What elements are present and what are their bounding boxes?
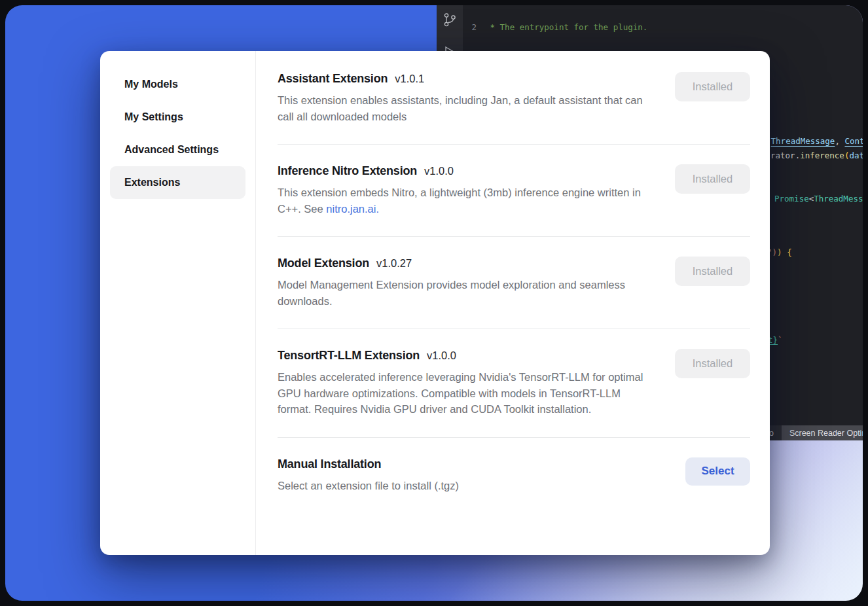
code-fragment: t}` [768,335,783,345]
sidebar-item-my-settings[interactable]: My Settings [110,101,245,134]
extension-title: Manual Installation [278,457,381,471]
extension-version: v1.0.1 [395,73,424,85]
extension-info: Assistant Extension v1.0.1 This extensio… [278,72,656,124]
settings-sidebar: My Models My Settings Advanced Settings … [100,51,256,555]
line-number: 2 [463,23,485,33]
extensions-list: Assistant Extension v1.0.1 This extensio… [256,51,770,555]
extension-title: TensortRT-LLM Extension [278,349,420,363]
extension-info: Inference Nitro Extension v1.0.0 This ex… [278,164,656,217]
extension-title-line: Model Extension v1.0.27 [278,257,656,270]
extension-row-nitro: Inference Nitro Extension v1.0.0 This ex… [278,145,750,237]
extension-description: Model Management Extension provides mode… [278,277,656,309]
select-file-button[interactable]: Select [685,457,750,486]
extension-version: v1.0.27 [376,257,412,270]
extension-row-tensorrt: TensortRT-LLM Extension v1.0.0 Enables a… [278,329,750,438]
extension-info: Model Extension v1.0.27 Model Management… [278,257,656,309]
extension-title: Assistant Extension [278,72,388,86]
extension-version: v1.0.0 [424,165,454,177]
extension-description: This extension enables assistants, inclu… [278,92,656,124]
extension-title-line: TensortRT-LLM Extension v1.0.0 [278,349,656,363]
code-line: 2 * The entrypoint for the plugin. [463,23,863,33]
extension-description: Enables accelerated inference leveraging… [278,369,656,418]
sidebar-item-advanced-settings[interactable]: Advanced Settings [110,134,245,166]
extension-title-line: Inference Nitro Extension v1.0.0 [278,164,656,178]
code-fragment: rator.inference(data)); [770,151,863,160]
installed-button[interactable]: Installed [675,349,750,378]
installed-button[interactable]: Installed [675,164,750,194]
extension-description: This extension embeds Nitro, a lightweig… [278,185,656,217]
code-fragment: Promise<ThreadMessage> [774,194,863,204]
extension-row-assistant: Assistant Extension v1.0.1 This extensio… [278,51,750,145]
extension-version: v1.0.0 [427,349,456,362]
code-text: * The entrypoint for the plugin. [485,23,647,33]
installed-button[interactable]: Installed [675,72,750,101]
extension-row-model: Model Extension v1.0.27 Model Management… [278,237,750,329]
extension-title-line: Assistant Extension v1.0.1 [278,72,656,86]
hero-background: 2 * The entrypoint for the plugin. 3 */ … [5,5,863,601]
source-control-icon [442,12,458,30]
sidebar-item-extensions[interactable]: Extensions [110,166,245,199]
extension-row-manual-install: Manual Installation Select an extension … [278,438,750,514]
screen-reader-status-tab: Screen Reader Optimized [782,425,863,440]
extension-title: Inference Nitro Extension [278,164,417,178]
code-fragment: ")) { [767,247,792,257]
installed-button[interactable]: Installed [675,257,750,286]
settings-modal: My Models My Settings Advanced Settings … [100,51,770,555]
extension-description: Select an extension file to install (.tg… [278,478,459,494]
extension-title: Model Extension [278,257,369,270]
extension-title-line: Manual Installation [278,457,459,471]
extension-info: Manual Installation Select an extension … [278,457,459,494]
extension-info: TensortRT-LLM Extension v1.0.0 Enables a… [278,349,656,418]
nitro-jan-ai-link[interactable]: nitro.jan.ai. [326,203,379,215]
sidebar-item-my-models[interactable]: My Models [110,68,245,101]
